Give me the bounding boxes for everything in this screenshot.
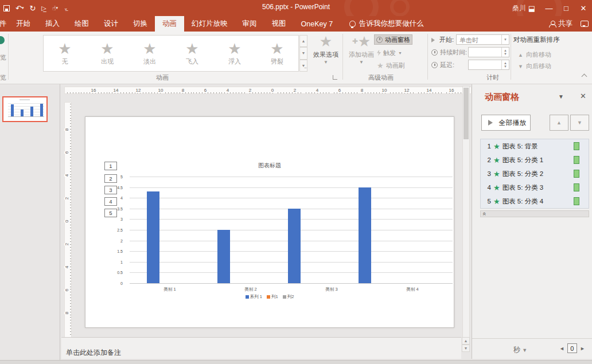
y-axis-tick-label: 4 bbox=[120, 196, 123, 200]
pane-close-icon[interactable]: ✕ bbox=[580, 92, 586, 100]
animation-tag-5[interactable]: 5 bbox=[104, 209, 117, 217]
timeline-collapse-row[interactable]: « bbox=[480, 210, 589, 217]
animation-item-1[interactable]: 1★图表 5: 背景 bbox=[481, 139, 589, 153]
slide-canvas[interactable]: 图表标题 54.543.532.521.510.50 类别 1类别 2类别 3类… bbox=[85, 116, 454, 328]
add-animation-button[interactable]: ✚★ 添加动画 ▼ bbox=[345, 34, 378, 72]
scrollbar-thumb[interactable] bbox=[464, 88, 469, 139]
zoom-out-icon[interactable]: ◄ bbox=[559, 346, 564, 351]
trigger-button[interactable]: 触发 ▼ bbox=[375, 48, 404, 58]
share-button[interactable]: 共享 bbox=[549, 19, 572, 29]
tab-OneKey 7[interactable]: OneKey 7 bbox=[294, 16, 341, 32]
status-bar bbox=[0, 360, 592, 364]
tab-插入[interactable]: 插入 bbox=[38, 16, 67, 32]
hruler-number: 2 bbox=[248, 88, 252, 93]
minimize-icon[interactable]: — bbox=[540, 0, 558, 16]
animation-pane-button[interactable]: 动画窗格 bbox=[374, 34, 412, 45]
collapse-ribbon-icon[interactable] bbox=[582, 74, 587, 78]
gallery-more-icon[interactable]: ▼̲ bbox=[299, 60, 307, 72]
pane-move-up-button[interactable]: ▲ bbox=[550, 115, 568, 131]
timeline-bar[interactable] bbox=[574, 156, 579, 164]
delay-clock-icon bbox=[431, 62, 438, 68]
timeline-bar[interactable] bbox=[574, 197, 579, 205]
comments-icon[interactable] bbox=[581, 21, 589, 27]
animation-dialog-launcher-icon[interactable] bbox=[333, 75, 337, 80]
play-all-label: 全部播放 bbox=[499, 118, 527, 128]
tab-件[interactable]: 件 bbox=[0, 16, 9, 32]
ribbon-tabs: 件开始插入绘图设计切换动画幻灯片放映审阅视图OneKey 7 bbox=[0, 16, 340, 32]
pane-menu-chevron-icon[interactable]: ▼ bbox=[558, 93, 564, 100]
chevron-down-icon: ▼ bbox=[522, 347, 527, 353]
slide-vertical-scrollbar[interactable] bbox=[462, 86, 470, 352]
ribbon-display-options-icon[interactable]: ⬓ bbox=[523, 0, 540, 16]
y-axis-tick-label: 1 bbox=[120, 260, 123, 264]
preview-group-partial: 览 览 bbox=[0, 32, 7, 84]
tab-幻灯片放映[interactable]: 幻灯片放映 bbox=[184, 16, 235, 32]
seconds-dropdown[interactable]: 秒 ▼ bbox=[513, 345, 527, 355]
tabrow-right-cluster: 共享 bbox=[549, 16, 589, 32]
gallery-item-浮入[interactable]: ★浮入 bbox=[213, 36, 256, 71]
animation-item-4[interactable]: 4★图表 5: 分类 3 bbox=[481, 181, 589, 194]
animation-tag-1[interactable]: 1 bbox=[104, 162, 117, 170]
notes-area[interactable]: 单击此处添加备注 bbox=[61, 337, 461, 359]
gallery-item-label: 劈裂 bbox=[271, 57, 283, 66]
trigger-label: 触发 bbox=[383, 49, 396, 57]
legend-label: 列2 bbox=[287, 294, 294, 300]
scroll-down-icon[interactable]: ▼ bbox=[462, 345, 470, 352]
gallery-item-劈裂[interactable]: ★劈裂 bbox=[256, 36, 298, 71]
tab-审阅[interactable]: 审阅 bbox=[235, 16, 264, 32]
legend-item-系列 1: 系列 1 bbox=[246, 294, 262, 300]
gallery-item-无[interactable]: ★无 bbox=[44, 36, 86, 71]
animation-painter-label: 动画刷 bbox=[386, 61, 405, 70]
zoom-in-icon[interactable]: ► bbox=[580, 346, 585, 351]
gallery-scroll-down-icon[interactable]: ▼ bbox=[299, 47, 307, 59]
tab-开始[interactable]: 开始 bbox=[9, 16, 38, 32]
timeline-bar[interactable] bbox=[574, 183, 579, 191]
gallery-item-飞入[interactable]: ★飞入 bbox=[171, 36, 213, 71]
timeline-bar[interactable] bbox=[574, 142, 579, 150]
animation-star-icon: ★ bbox=[100, 41, 114, 56]
hruler-number: 4 bbox=[226, 88, 229, 93]
gallery-scroll-up-icon[interactable]: ▲ bbox=[299, 35, 307, 47]
animation-item-3[interactable]: 3★图表 5: 分类 2 bbox=[481, 167, 589, 181]
timeline-bar[interactable] bbox=[574, 170, 579, 178]
green-star-icon: ★ bbox=[493, 170, 500, 178]
animation-tag-2[interactable]: 2 bbox=[104, 174, 117, 183]
slide-thumbnail-panel bbox=[0, 84, 60, 360]
play-all-button[interactable]: 全部播放 bbox=[481, 115, 531, 131]
pane-move-down-button[interactable]: ▼ bbox=[570, 115, 589, 131]
gallery-item-淡出[interactable]: ★淡出 bbox=[128, 36, 171, 71]
star-icon: ★ bbox=[320, 34, 332, 49]
duration-spinner[interactable]: ▲▼ bbox=[468, 47, 509, 57]
tell-me-box[interactable]: 告诉我你想要做什么 bbox=[349, 16, 424, 32]
title-bar: ↶▾ ↻ ▷̲ ☝▾ ⌄̲ 506.pptx - PowerPoint 桑川 ⬓… bbox=[0, 0, 592, 16]
close-icon[interactable]: ✕ bbox=[575, 0, 592, 16]
animation-tag-4[interactable]: 4 bbox=[104, 197, 117, 206]
delay-spinner[interactable]: ▲▼ bbox=[468, 60, 509, 70]
hruler-number: 8 bbox=[181, 88, 185, 93]
tab-视图[interactable]: 视图 bbox=[264, 16, 294, 32]
tab-切换[interactable]: 切换 bbox=[126, 16, 155, 32]
legend-label: 系列 1 bbox=[250, 294, 262, 300]
slide-thumbnail[interactable] bbox=[2, 96, 48, 122]
maximize-icon[interactable]: □ bbox=[558, 0, 575, 16]
y-axis-tick-label: 2.5 bbox=[117, 228, 123, 232]
thumb-bar bbox=[30, 107, 33, 117]
green-star-icon: ★ bbox=[493, 183, 500, 192]
move-earlier-button[interactable]: ▲ 向前移动 bbox=[518, 50, 551, 59]
vruler-number: 2 bbox=[64, 197, 69, 199]
animation-tag-3[interactable]: 3 bbox=[104, 186, 117, 194]
gallery-item-出现[interactable]: ★出现 bbox=[86, 36, 128, 71]
scroll-up-icon[interactable]: ▲ bbox=[462, 337, 470, 345]
y-axis-tick-label: 1.5 bbox=[117, 249, 123, 253]
move-later-button[interactable]: ▼ 向后移动 bbox=[518, 62, 551, 71]
start-dropdown[interactable]: 单击时 ▼ bbox=[456, 34, 509, 45]
animation-item-5[interactable]: 5★图表 5: 分类 4 bbox=[481, 194, 589, 208]
tab-绘图[interactable]: 绘图 bbox=[67, 16, 96, 32]
star-brush-icon: ★ bbox=[377, 61, 384, 70]
animation-painter-button[interactable]: ★ 动画刷 bbox=[375, 60, 407, 71]
tab-设计[interactable]: 设计 bbox=[96, 16, 126, 32]
tab-动画[interactable]: 动画 bbox=[155, 16, 184, 32]
animation-item-2[interactable]: 2★图表 5: 分类 1 bbox=[481, 153, 589, 167]
green-star-icon: ★ bbox=[493, 142, 500, 151]
effect-options-button[interactable]: ★ 效果选项 ▼ bbox=[309, 34, 342, 72]
